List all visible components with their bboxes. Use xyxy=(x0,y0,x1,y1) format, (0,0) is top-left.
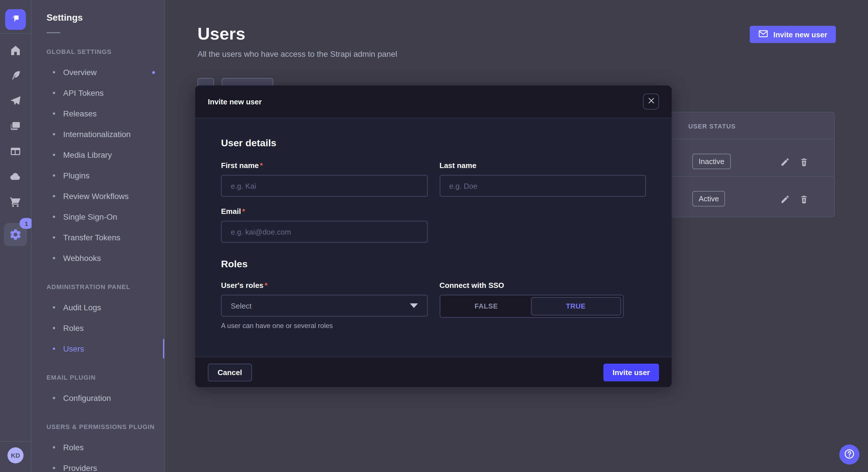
email-label: Email xyxy=(221,207,241,216)
section-heading-user-details: User details xyxy=(221,138,646,149)
roles-select[interactable]: Select xyxy=(221,295,427,316)
required-asterisk: * xyxy=(242,207,245,216)
field-last-name: Last name xyxy=(439,161,646,197)
first-name-label: First name xyxy=(221,161,259,170)
email-input[interactable] xyxy=(221,221,427,243)
required-asterisk: * xyxy=(265,281,268,290)
strapi-admin-app: 1 KD Settings GLOBAL SETTINGS Overview A… xyxy=(0,0,868,472)
roles-select-value: Select xyxy=(231,301,251,310)
field-connect-sso: Connect with SSO FALSE TRUE xyxy=(439,281,646,330)
required-asterisk: * xyxy=(260,161,263,170)
field-users-roles: User's roles* Select A user can have one… xyxy=(221,281,427,330)
connect-sso-label: Connect with SSO xyxy=(439,281,504,290)
last-name-label: Last name xyxy=(439,161,476,170)
field-email: Email* xyxy=(221,207,427,243)
sso-false-option[interactable]: FALSE xyxy=(442,297,531,315)
invite-new-user-modal: Invite new user User details First name*… xyxy=(195,86,672,387)
close-button[interactable] xyxy=(643,94,659,109)
close-x-icon xyxy=(647,96,655,107)
modal-title: Invite new user xyxy=(208,97,262,106)
chevron-down-icon xyxy=(410,303,417,308)
field-first-name: First name* xyxy=(221,161,427,197)
last-name-input[interactable] xyxy=(439,175,646,197)
cancel-button[interactable]: Cancel xyxy=(208,363,252,381)
section-heading-roles: Roles xyxy=(221,259,646,270)
users-roles-label: User's roles xyxy=(221,281,264,290)
roles-hint: A user can have one or several roles xyxy=(221,322,427,330)
sso-true-option[interactable]: TRUE xyxy=(531,297,621,315)
first-name-input[interactable] xyxy=(221,175,427,197)
sso-toggle: FALSE TRUE xyxy=(439,295,623,318)
invite-user-submit-button[interactable]: Invite user xyxy=(603,363,659,381)
